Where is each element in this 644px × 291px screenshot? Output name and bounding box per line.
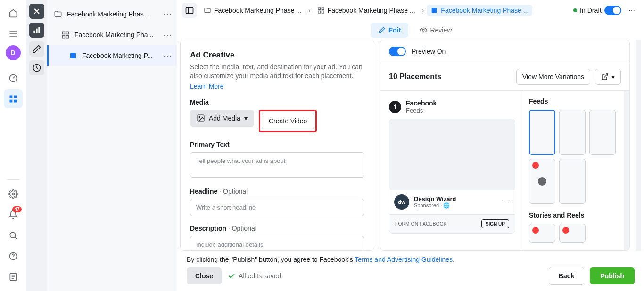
tab-review[interactable]: Review: [412, 23, 459, 38]
scrollbar[interactable]: [624, 91, 629, 250]
svg-rect-22: [322, 11, 324, 13]
media-label: Media: [190, 98, 364, 106]
ad-image-placeholder: [389, 119, 515, 190]
error-icon: [562, 227, 569, 234]
more-icon[interactable]: ⋯: [158, 30, 177, 40]
side-heading-stories: Stories and Reels: [529, 211, 619, 219]
placement-thumb[interactable]: [559, 224, 586, 242]
primary-text-label: Primary Text: [190, 141, 364, 148]
svg-rect-16: [66, 36, 69, 38]
close-button[interactable]: Close: [187, 267, 222, 284]
view-more-variations-button[interactable]: View More Variations: [516, 69, 590, 85]
placement-thumb[interactable]: [529, 224, 555, 242]
caret-down-icon: ▾: [244, 114, 248, 122]
global-nav-rail: D 47: [0, 0, 26, 291]
section-heading: Ad Creative: [190, 50, 364, 60]
section-description: Select the media, text, and destination …: [190, 63, 364, 81]
svg-point-5: [12, 193, 14, 195]
search-icon[interactable]: [4, 226, 23, 245]
help-icon[interactable]: [4, 247, 23, 266]
tree-item-campaign[interactable]: Facebook Marketing Phas... ⋯: [47, 4, 177, 24]
button-label: Create Video: [269, 117, 307, 125]
terms-link[interactable]: Terms and Advertising Guidelines: [355, 256, 453, 263]
breadcrumb-adset[interactable]: Facebook Marketing Phase ...: [314, 5, 419, 16]
svg-rect-17: [70, 53, 76, 58]
placements-count: 10 Placements: [389, 73, 512, 81]
clock-icon[interactable]: [29, 60, 44, 75]
error-icon: [532, 162, 539, 169]
reports-icon[interactable]: [4, 267, 23, 286]
svg-rect-19: [318, 8, 321, 10]
campaigns-icon[interactable]: [4, 89, 23, 108]
chart-icon[interactable]: [29, 23, 44, 38]
breadcrumb-campaign[interactable]: Facebook Marketing Phase ...: [200, 5, 305, 16]
button-label: Add Media: [209, 114, 240, 122]
chevron-right-icon: ›: [308, 7, 311, 14]
publish-button[interactable]: Publish: [590, 267, 635, 284]
description-label: Description · Optional: [190, 225, 364, 232]
footer-bar: By clicking the "Publish" button, you ag…: [177, 251, 644, 291]
svg-rect-3: [9, 100, 12, 103]
panel-toggle-icon[interactable]: [182, 3, 197, 18]
create-video-button[interactable]: Create Video: [262, 113, 314, 129]
svg-rect-15: [62, 36, 65, 38]
back-button[interactable]: Back: [549, 267, 584, 285]
svg-rect-9: [33, 31, 35, 33]
side-heading-feeds: Feeds: [529, 97, 619, 105]
tree-item-ad[interactable]: Facebook Marketing P... ⋯: [47, 45, 177, 66]
more-icon[interactable]: ⋯: [158, 9, 177, 19]
tab-edit[interactable]: Edit: [371, 23, 408, 38]
bell-icon[interactable]: 47: [4, 205, 23, 224]
description-input[interactable]: [190, 236, 364, 251]
close-icon[interactable]: [29, 4, 44, 19]
gear-icon[interactable]: [4, 185, 23, 203]
signup-button[interactable]: SIGN UP: [481, 219, 509, 228]
svg-rect-13: [62, 32, 65, 34]
tree-label: Facebook Marketing Phas...: [67, 10, 154, 18]
ad-card: dw Design Wizard Sponsored · 🌐 ⋯ FORM ON…: [389, 119, 515, 234]
add-media-button[interactable]: Add Media ▾: [190, 110, 254, 127]
placement-thumb[interactable]: [529, 110, 555, 155]
menu-icon[interactable]: [4, 24, 23, 43]
svg-point-26: [199, 116, 200, 117]
placement-thumb[interactable]: [559, 159, 586, 204]
tab-label: Review: [430, 26, 452, 34]
preview-toggle[interactable]: [389, 47, 406, 56]
headline-label: Headline · Optional: [190, 187, 364, 195]
learn-more-link[interactable]: Learn More: [190, 82, 364, 90]
advertiser-name: Design Wizard: [414, 195, 499, 202]
primary-text-input[interactable]: [190, 152, 364, 178]
more-icon[interactable]: ⋯: [158, 50, 177, 61]
tree-item-adset[interactable]: Facebook Marketing Pha... ⋯: [47, 24, 177, 45]
placement-thumb[interactable]: [529, 159, 555, 204]
breadcrumb-ad[interactable]: Facebook Marketing Phase ...: [427, 5, 532, 16]
tree-label: Facebook Marketing P...: [82, 52, 154, 59]
ad-creative-panel: Ad Creative Select the media, text, and …: [180, 40, 374, 251]
gauge-icon[interactable]: [4, 69, 23, 88]
top-bar: Facebook Marketing Phase ... › Facebook …: [177, 0, 644, 21]
svg-rect-23: [432, 8, 437, 13]
svg-rect-14: [66, 32, 69, 34]
placement-thumb[interactable]: [589, 110, 616, 155]
tab-label: Edit: [388, 26, 401, 34]
editor-tool-column: [26, 0, 47, 291]
preview-panel: Preview On 10 Placements View More Varia…: [380, 40, 630, 251]
publish-toggle[interactable]: [604, 6, 621, 15]
breadcrumb-label: Facebook Marketing Phase ...: [214, 7, 302, 14]
avatar[interactable]: D: [6, 45, 21, 60]
headline-input[interactable]: [190, 199, 364, 216]
scrollbar[interactable]: [636, 40, 641, 251]
svg-rect-4: [14, 100, 17, 103]
save-status: All edits saved: [227, 272, 281, 280]
error-icon: [532, 227, 539, 234]
svg-rect-20: [322, 8, 324, 10]
open-external-button[interactable]: ▾: [595, 69, 621, 85]
more-icon[interactable]: ⋯: [504, 198, 510, 206]
more-icon[interactable]: ⋯: [624, 3, 639, 18]
publish-disclaimer: By clicking the "Publish" button, you ag…: [187, 256, 635, 263]
home-icon[interactable]: [4, 4, 23, 23]
placement-thumb[interactable]: [559, 110, 586, 155]
edit-review-tabs: Edit Review: [177, 21, 644, 40]
campaign-tree: Facebook Marketing Phas... ⋯ Facebook Ma…: [47, 0, 177, 291]
pencil-icon[interactable]: [29, 41, 44, 57]
